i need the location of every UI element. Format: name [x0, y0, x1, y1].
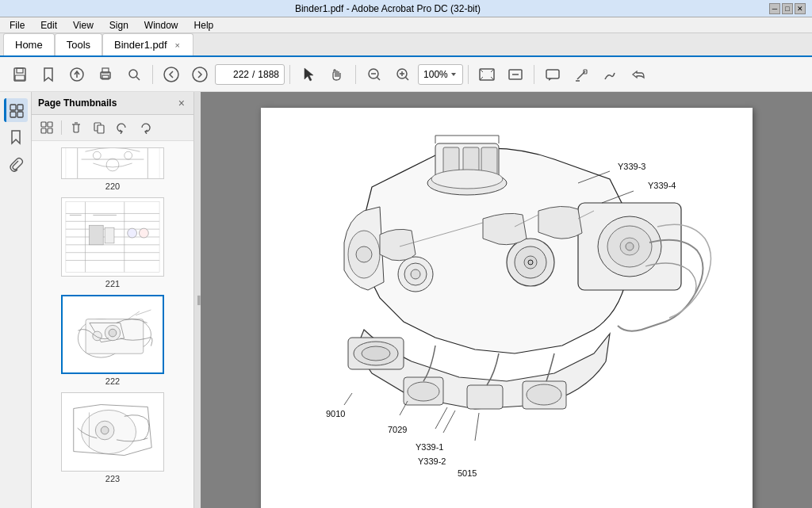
svg-rect-36 [10, 112, 16, 117]
pdf-diagram: Y339-3 Y339-4 9010 7029 Y339-1 Y339-2 50… [277, 124, 737, 508]
menu-view[interactable]: View [67, 18, 100, 32]
print-button[interactable] [92, 61, 119, 88]
menu-help[interactable]: Help [188, 18, 220, 32]
thumb-separator [61, 120, 62, 135]
svg-point-66 [128, 228, 137, 238]
separator-5 [534, 65, 534, 84]
label-y339-1: Y339-1 [416, 442, 443, 452]
svg-rect-29 [546, 70, 559, 78]
svg-marker-21 [451, 73, 456, 76]
svg-point-73 [109, 329, 117, 337]
svg-point-12 [193, 67, 207, 82]
bookmarks-icon[interactable] [4, 125, 28, 149]
tab-tools[interactable]: Tools [55, 33, 102, 55]
thumbnail-223-img [61, 392, 164, 472]
svg-rect-63 [105, 227, 114, 243]
left-panel [0, 92, 32, 508]
fit-page-button[interactable] [473, 61, 500, 88]
attachments-icon[interactable] [4, 152, 28, 176]
thumbnails-icon[interactable] [4, 98, 28, 122]
svg-line-20 [406, 77, 409, 80]
svg-rect-37 [17, 112, 23, 117]
delete-page-button[interactable] [66, 118, 86, 137]
svg-rect-1 [17, 68, 23, 73]
svg-rect-2 [15, 75, 25, 80]
pdf-area[interactable]: Y339-3 Y339-4 9010 7029 Y339-1 Y339-2 50… [201, 92, 812, 508]
page-separator: / [252, 69, 255, 80]
separator-4 [468, 65, 469, 84]
label-y339-3: Y339-3 [618, 162, 645, 171]
tab-close-button[interactable]: × [174, 40, 182, 51]
label-y339-2: Y339-2 [418, 456, 446, 466]
resize-handle[interactable]: ▐ [194, 92, 201, 508]
svg-marker-3 [44, 68, 52, 81]
label-9010: 9010 [326, 409, 345, 418]
thumbnails-header: Page Thumbnails × [32, 92, 193, 115]
thumbnails-toolbar [32, 115, 193, 141]
title-bar-text: Binder1.pdf - Adobe Acrobat Pro DC (32-b… [6, 3, 769, 14]
select-tool-button[interactable] [295, 61, 322, 88]
svg-point-74 [93, 331, 102, 341]
svg-point-89 [431, 170, 503, 189]
svg-point-94 [626, 243, 634, 250]
thumbnail-221[interactable]: 221 [61, 197, 164, 288]
svg-rect-41 [41, 128, 46, 133]
separator-1 [152, 65, 153, 84]
menu-edit[interactable]: Edit [34, 18, 63, 32]
tab-file[interactable]: Binder1.pdf × [102, 33, 193, 55]
thumbnail-220-img [61, 147, 164, 179]
zoom-out-button[interactable] [361, 61, 388, 88]
menu-file[interactable]: File [3, 18, 31, 32]
file-tab-label: Binder1.pdf [114, 39, 167, 51]
thumbnail-221-label: 221 [105, 279, 120, 288]
full-screen-button[interactable] [502, 61, 529, 88]
share-button[interactable] [625, 61, 652, 88]
prev-page-button[interactable] [158, 61, 185, 88]
svg-rect-35 [17, 105, 23, 110]
thumbnail-222-label: 222 [105, 376, 120, 386]
search-button[interactable] [121, 61, 147, 88]
label-7029: 7029 [388, 425, 407, 434]
title-bar-controls: ─ □ ✕ [769, 3, 806, 14]
svg-rect-46 [62, 147, 163, 179]
svg-point-9 [129, 70, 137, 78]
highlight-button[interactable] [568, 61, 595, 88]
pdf-page: Y339-3 Y339-4 9010 7029 Y339-1 Y339-2 50… [261, 108, 753, 508]
thumbnail-223[interactable]: 223 [61, 392, 164, 483]
upload-button[interactable] [63, 61, 90, 88]
menu-sign[interactable]: Sign [103, 18, 135, 32]
menu-window[interactable]: Window [138, 18, 185, 32]
hand-tool-button[interactable] [324, 61, 350, 88]
svg-rect-34 [10, 105, 16, 110]
thumbnail-options-button[interactable] [36, 118, 57, 137]
thumbnail-220[interactable]: 220 [61, 147, 164, 191]
thumbnails-close-button[interactable]: × [176, 97, 187, 109]
home-tab-label: Home [15, 39, 43, 51]
svg-point-104 [527, 384, 561, 405]
thumbnails-panel: Page Thumbnails × [32, 92, 194, 508]
close-button[interactable]: ✕ [795, 3, 806, 14]
zoom-in-button[interactable] [389, 61, 416, 88]
svg-point-11 [164, 67, 178, 82]
minimize-button[interactable]: ─ [769, 3, 780, 14]
zoom-display[interactable]: 100% [418, 64, 463, 85]
menu-bar: File Edit View Sign Window Help [0, 17, 812, 33]
rotate-counterclockwise-button[interactable] [112, 118, 132, 137]
svg-marker-13 [304, 68, 313, 81]
comment-button[interactable] [539, 61, 566, 88]
svg-marker-38 [12, 131, 20, 143]
save-button[interactable] [6, 61, 33, 88]
sign-button[interactable] [596, 61, 623, 88]
next-page-button[interactable] [186, 61, 213, 88]
page-number-input[interactable] [220, 69, 249, 80]
title-bar: Binder1.pdf - Adobe Acrobat Pro DC (32-b… [0, 0, 812, 17]
thumbnail-220-label: 220 [105, 181, 120, 191]
tab-home[interactable]: Home [3, 33, 55, 55]
thumbnail-222[interactable]: 222 [61, 295, 164, 386]
extract-pages-button[interactable] [89, 118, 109, 137]
thumbnails-title: Page Thumbnails [38, 97, 173, 109]
bookmark-button[interactable] [35, 61, 62, 88]
maximize-button[interactable]: □ [782, 3, 793, 14]
rotate-clockwise-button[interactable] [135, 118, 155, 137]
separator-3 [355, 65, 356, 84]
